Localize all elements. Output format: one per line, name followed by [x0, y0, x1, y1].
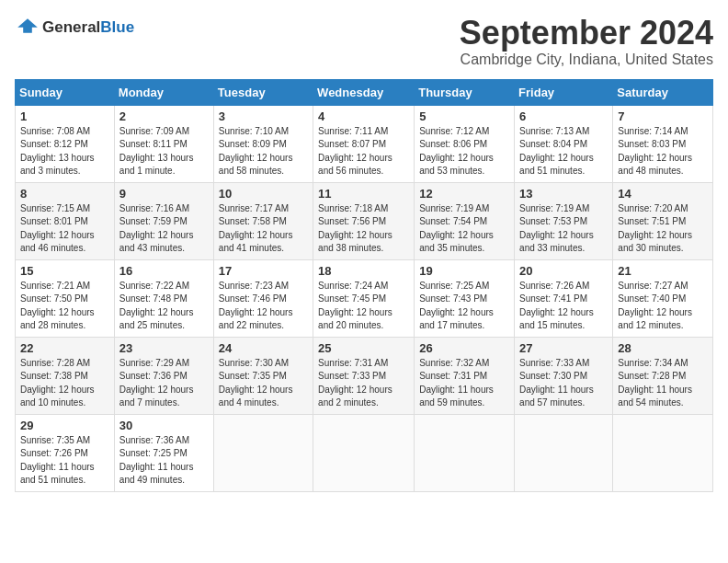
day-number: 22 [20, 341, 109, 355]
calendar-day-cell: 10Sunrise: 7:17 AM Sunset: 7:58 PM Dayli… [213, 182, 313, 259]
day-number: 17 [219, 264, 308, 278]
day-number: 6 [519, 109, 608, 123]
day-info: Sunrise: 7:28 AM Sunset: 7:38 PM Dayligh… [20, 357, 109, 410]
calendar-day-cell: 14Sunrise: 7:20 AM Sunset: 7:51 PM Dayli… [613, 182, 713, 259]
day-number: 24 [219, 341, 308, 355]
calendar-day-cell: 6Sunrise: 7:13 AM Sunset: 8:04 PM Daylig… [515, 105, 613, 182]
calendar-day-cell [515, 414, 613, 491]
calendar-table: SundayMondayTuesdayWednesdayThursdayFrid… [15, 79, 713, 492]
day-number: 9 [119, 187, 209, 201]
calendar-day-cell: 9Sunrise: 7:16 AM Sunset: 7:59 PM Daylig… [114, 182, 213, 259]
day-number: 8 [20, 187, 109, 201]
day-info: Sunrise: 7:18 AM Sunset: 7:56 PM Dayligh… [318, 202, 409, 256]
day-number: 11 [318, 187, 409, 201]
day-info: Sunrise: 7:21 AM Sunset: 7:50 PM Dayligh… [20, 280, 109, 333]
day-info: Sunrise: 7:36 AM Sunset: 7:25 PM Dayligh… [119, 434, 209, 488]
calendar-day-cell: 25Sunrise: 7:31 AM Sunset: 7:33 PM Dayli… [313, 337, 415, 414]
day-number: 30 [119, 419, 209, 432]
day-of-week-header: Thursday [415, 79, 515, 105]
day-info: Sunrise: 7:19 AM Sunset: 7:54 PM Dayligh… [419, 202, 509, 256]
calendar-week-row: 1Sunrise: 7:08 AM Sunset: 8:12 PM Daylig… [16, 105, 713, 182]
day-number: 7 [618, 109, 708, 123]
day-of-week-header: Friday [515, 79, 613, 105]
day-info: Sunrise: 7:26 AM Sunset: 7:41 PM Dayligh… [519, 280, 608, 333]
day-info: Sunrise: 7:23 AM Sunset: 7:46 PM Dayligh… [219, 280, 308, 333]
day-number: 26 [419, 341, 509, 355]
day-info: Sunrise: 7:27 AM Sunset: 7:40 PM Dayligh… [618, 280, 708, 333]
calendar-day-cell [313, 414, 415, 491]
day-number: 20 [519, 264, 608, 278]
calendar-day-cell: 8Sunrise: 7:15 AM Sunset: 8:01 PM Daylig… [16, 182, 115, 259]
calendar-day-cell [415, 414, 515, 491]
day-number: 13 [519, 187, 608, 201]
calendar-day-cell: 24Sunrise: 7:30 AM Sunset: 7:35 PM Dayli… [213, 337, 313, 414]
day-info: Sunrise: 7:24 AM Sunset: 7:45 PM Dayligh… [318, 280, 409, 333]
day-info: Sunrise: 7:35 AM Sunset: 7:26 PM Dayligh… [20, 434, 109, 488]
day-info: Sunrise: 7:09 AM Sunset: 8:11 PM Dayligh… [119, 125, 209, 178]
day-number: 19 [419, 264, 509, 278]
calendar-day-cell: 11Sunrise: 7:18 AM Sunset: 7:56 PM Dayli… [313, 182, 415, 259]
calendar-header-row: SundayMondayTuesdayWednesdayThursdayFrid… [16, 79, 713, 105]
calendar-week-row: 22Sunrise: 7:28 AM Sunset: 7:38 PM Dayli… [16, 337, 713, 414]
logo-blue: Blue [100, 18, 134, 36]
day-of-week-header: Tuesday [213, 79, 313, 105]
day-info: Sunrise: 7:12 AM Sunset: 8:06 PM Dayligh… [419, 125, 509, 178]
month-title: September 2024 [460, 15, 713, 52]
calendar-day-cell: 7Sunrise: 7:14 AM Sunset: 8:03 PM Daylig… [613, 105, 713, 182]
calendar-day-cell: 26Sunrise: 7:32 AM Sunset: 7:31 PM Dayli… [415, 337, 515, 414]
calendar-day-cell: 29Sunrise: 7:35 AM Sunset: 7:26 PM Dayli… [16, 414, 115, 491]
day-of-week-header: Sunday [16, 79, 115, 105]
day-info: Sunrise: 7:17 AM Sunset: 7:58 PM Dayligh… [219, 202, 308, 256]
day-info: Sunrise: 7:20 AM Sunset: 7:51 PM Dayligh… [618, 202, 708, 256]
day-info: Sunrise: 7:11 AM Sunset: 8:07 PM Dayligh… [318, 125, 409, 178]
day-number: 18 [318, 264, 409, 278]
calendar-day-cell [213, 414, 313, 491]
day-info: Sunrise: 7:31 AM Sunset: 7:33 PM Dayligh… [318, 357, 409, 410]
calendar-day-cell: 20Sunrise: 7:26 AM Sunset: 7:41 PM Dayli… [515, 259, 613, 337]
page-header: GeneralBlue September 2024 Cambridge Cit… [15, 15, 713, 68]
calendar-week-row: 8Sunrise: 7:15 AM Sunset: 8:01 PM Daylig… [16, 182, 713, 259]
day-number: 21 [618, 264, 708, 278]
day-info: Sunrise: 7:13 AM Sunset: 8:04 PM Dayligh… [519, 125, 608, 178]
calendar-day-cell: 28Sunrise: 7:34 AM Sunset: 7:28 PM Dayli… [613, 337, 713, 414]
calendar-day-cell: 3Sunrise: 7:10 AM Sunset: 8:09 PM Daylig… [213, 105, 313, 182]
day-number: 25 [318, 341, 409, 355]
day-number: 5 [419, 109, 509, 123]
day-number: 10 [219, 187, 308, 201]
logo: GeneralBlue [15, 15, 134, 40]
day-number: 29 [20, 419, 109, 432]
day-number: 27 [519, 341, 608, 355]
day-number: 3 [219, 109, 308, 123]
day-info: Sunrise: 7:19 AM Sunset: 7:53 PM Dayligh… [519, 202, 608, 256]
day-of-week-header: Saturday [613, 79, 713, 105]
day-info: Sunrise: 7:32 AM Sunset: 7:31 PM Dayligh… [419, 357, 509, 410]
day-info: Sunrise: 7:16 AM Sunset: 7:59 PM Dayligh… [119, 202, 209, 256]
calendar-day-cell: 15Sunrise: 7:21 AM Sunset: 7:50 PM Dayli… [16, 259, 115, 337]
calendar-day-cell: 23Sunrise: 7:29 AM Sunset: 7:36 PM Dayli… [114, 337, 213, 414]
calendar-day-cell: 22Sunrise: 7:28 AM Sunset: 7:38 PM Dayli… [16, 337, 115, 414]
calendar-day-cell: 2Sunrise: 7:09 AM Sunset: 8:11 PM Daylig… [114, 105, 213, 182]
day-info: Sunrise: 7:30 AM Sunset: 7:35 PM Dayligh… [219, 357, 308, 410]
day-of-week-header: Monday [114, 79, 213, 105]
calendar-day-cell: 4Sunrise: 7:11 AM Sunset: 8:07 PM Daylig… [313, 105, 415, 182]
calendar-day-cell: 27Sunrise: 7:33 AM Sunset: 7:30 PM Dayli… [515, 337, 613, 414]
svg-marker-0 [17, 18, 38, 33]
day-number: 1 [20, 109, 109, 123]
calendar-day-cell: 16Sunrise: 7:22 AM Sunset: 7:48 PM Dayli… [114, 259, 213, 337]
day-info: Sunrise: 7:33 AM Sunset: 7:30 PM Dayligh… [519, 357, 608, 410]
day-info: Sunrise: 7:34 AM Sunset: 7:28 PM Dayligh… [618, 357, 708, 410]
calendar-day-cell: 12Sunrise: 7:19 AM Sunset: 7:54 PM Dayli… [415, 182, 515, 259]
calendar-body: 1Sunrise: 7:08 AM Sunset: 8:12 PM Daylig… [16, 105, 713, 491]
day-info: Sunrise: 7:10 AM Sunset: 8:09 PM Dayligh… [219, 125, 308, 178]
day-info: Sunrise: 7:25 AM Sunset: 7:43 PM Dayligh… [419, 280, 509, 333]
calendar-day-cell: 13Sunrise: 7:19 AM Sunset: 7:53 PM Dayli… [515, 182, 613, 259]
day-info: Sunrise: 7:14 AM Sunset: 8:03 PM Dayligh… [618, 125, 708, 178]
calendar-day-cell: 18Sunrise: 7:24 AM Sunset: 7:45 PM Dayli… [313, 259, 415, 337]
logo-general: General [42, 18, 100, 36]
day-number: 15 [20, 264, 109, 278]
day-number: 2 [119, 109, 209, 123]
calendar-day-cell: 30Sunrise: 7:36 AM Sunset: 7:25 PM Dayli… [114, 414, 213, 491]
calendar-week-row: 15Sunrise: 7:21 AM Sunset: 7:50 PM Dayli… [16, 259, 713, 337]
day-number: 16 [119, 264, 209, 278]
calendar-day-cell: 21Sunrise: 7:27 AM Sunset: 7:40 PM Dayli… [613, 259, 713, 337]
